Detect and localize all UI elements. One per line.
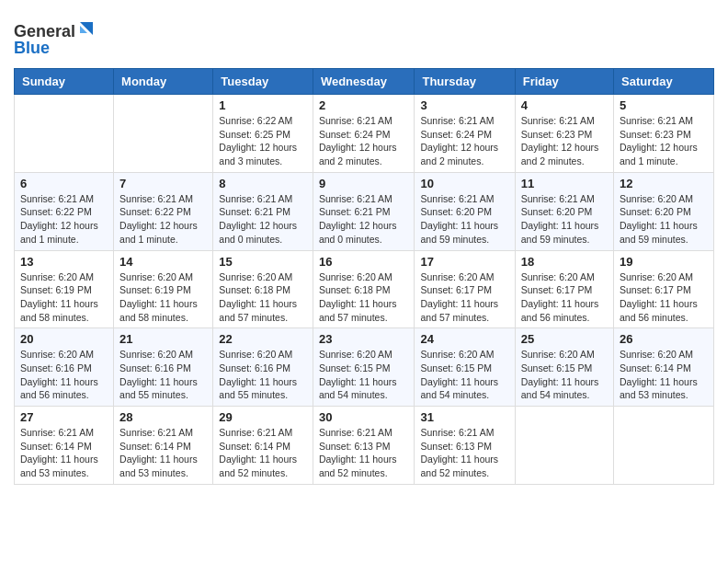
- day-number: 7: [119, 177, 207, 190]
- calendar-cell: 14Sunrise: 6:20 AM Sunset: 6:19 PM Dayli…: [114, 250, 213, 328]
- day-header-wednesday: Wednesday: [313, 69, 415, 95]
- page-container: General Blue SundayMondayTuesdayWednesda…: [0, 0, 728, 499]
- day-info: Sunrise: 6:20 AM Sunset: 6:18 PM Dayligh…: [219, 270, 307, 325]
- calendar-cell: 5Sunrise: 6:21 AM Sunset: 6:23 PM Daylig…: [614, 95, 714, 173]
- day-info: Sunrise: 6:21 AM Sunset: 6:24 PM Dayligh…: [420, 114, 508, 168]
- calendar-cell: 1Sunrise: 6:22 AM Sunset: 6:25 PM Daylig…: [213, 95, 313, 173]
- day-info: Sunrise: 6:20 AM Sunset: 6:19 PM Dayligh…: [119, 270, 207, 325]
- calendar-cell: 21Sunrise: 6:20 AM Sunset: 6:16 PM Dayli…: [114, 328, 213, 407]
- calendar-cell: 24Sunrise: 6:20 AM Sunset: 6:15 PM Dayli…: [415, 328, 515, 407]
- day-header-saturday: Saturday: [614, 69, 714, 95]
- day-info: Sunrise: 6:20 AM Sunset: 6:15 PM Dayligh…: [521, 348, 608, 402]
- day-info: Sunrise: 6:20 AM Sunset: 6:16 PM Dayligh…: [20, 348, 108, 402]
- day-number: 23: [319, 332, 409, 346]
- day-info: Sunrise: 6:21 AM Sunset: 6:23 PM Dayligh…: [620, 114, 708, 168]
- day-number: 21: [119, 332, 207, 346]
- day-header-sunday: Sunday: [15, 69, 114, 95]
- day-info: Sunrise: 6:20 AM Sunset: 6:20 PM Dayligh…: [620, 192, 708, 247]
- calendar-cell: 6Sunrise: 6:21 AM Sunset: 6:22 PM Daylig…: [15, 172, 114, 250]
- day-number: 9: [319, 177, 409, 190]
- calendar-cell: 12Sunrise: 6:20 AM Sunset: 6:20 PM Dayli…: [614, 172, 714, 250]
- day-number: 27: [20, 410, 108, 424]
- calendar-cell: [114, 95, 213, 173]
- day-info: Sunrise: 6:20 AM Sunset: 6:17 PM Dayligh…: [620, 270, 708, 325]
- day-number: 4: [521, 98, 608, 112]
- header: General Blue: [14, 9, 714, 61]
- day-info: Sunrise: 6:21 AM Sunset: 6:20 PM Dayligh…: [521, 192, 608, 247]
- day-info: Sunrise: 6:20 AM Sunset: 6:17 PM Dayligh…: [420, 270, 508, 325]
- day-info: Sunrise: 6:20 AM Sunset: 6:16 PM Dayligh…: [119, 348, 207, 402]
- day-number: 30: [319, 410, 409, 424]
- day-number: 19: [620, 255, 708, 269]
- day-info: Sunrise: 6:21 AM Sunset: 6:22 PM Dayligh…: [119, 192, 207, 247]
- calendar-cell: 29Sunrise: 6:21 AM Sunset: 6:14 PM Dayli…: [213, 407, 313, 485]
- day-number: 29: [219, 410, 307, 424]
- calendar-cell: 9Sunrise: 6:21 AM Sunset: 6:21 PM Daylig…: [313, 172, 415, 250]
- week-row-3: 13Sunrise: 6:20 AM Sunset: 6:19 PM Dayli…: [15, 250, 714, 328]
- calendar-cell: 20Sunrise: 6:20 AM Sunset: 6:16 PM Dayli…: [15, 328, 114, 407]
- day-info: Sunrise: 6:20 AM Sunset: 6:14 PM Dayligh…: [620, 348, 708, 402]
- day-number: 5: [620, 98, 708, 112]
- calendar-cell: 27Sunrise: 6:21 AM Sunset: 6:14 PM Dayli…: [15, 407, 114, 485]
- day-header-monday: Monday: [114, 69, 213, 95]
- day-info: Sunrise: 6:21 AM Sunset: 6:14 PM Dayligh…: [20, 426, 108, 480]
- calendar-cell: 13Sunrise: 6:20 AM Sunset: 6:19 PM Dayli…: [15, 250, 114, 328]
- day-info: Sunrise: 6:20 AM Sunset: 6:18 PM Dayligh…: [319, 270, 409, 325]
- day-info: Sunrise: 6:22 AM Sunset: 6:25 PM Dayligh…: [219, 114, 307, 168]
- day-header-thursday: Thursday: [415, 69, 515, 95]
- day-info: Sunrise: 6:20 AM Sunset: 6:19 PM Dayligh…: [20, 270, 108, 325]
- calendar-cell: 26Sunrise: 6:20 AM Sunset: 6:14 PM Dayli…: [614, 328, 714, 407]
- day-info: Sunrise: 6:21 AM Sunset: 6:14 PM Dayligh…: [219, 426, 307, 480]
- day-number: 1: [219, 98, 307, 112]
- day-info: Sunrise: 6:20 AM Sunset: 6:16 PM Dayligh…: [219, 348, 307, 402]
- calendar-cell: 3Sunrise: 6:21 AM Sunset: 6:24 PM Daylig…: [415, 95, 515, 173]
- day-number: 26: [620, 332, 708, 346]
- calendar-cell: 7Sunrise: 6:21 AM Sunset: 6:22 PM Daylig…: [114, 172, 213, 250]
- day-number: 10: [420, 177, 508, 190]
- day-number: 24: [420, 332, 508, 346]
- calendar-cell: [15, 95, 114, 173]
- day-number: 28: [119, 410, 207, 424]
- day-info: Sunrise: 6:21 AM Sunset: 6:22 PM Dayligh…: [20, 192, 108, 247]
- day-number: 13: [20, 255, 108, 269]
- day-info: Sunrise: 6:20 AM Sunset: 6:15 PM Dayligh…: [319, 348, 409, 402]
- day-info: Sunrise: 6:21 AM Sunset: 6:21 PM Dayligh…: [219, 192, 307, 247]
- day-number: 20: [20, 332, 108, 346]
- calendar-cell: 2Sunrise: 6:21 AM Sunset: 6:24 PM Daylig…: [313, 95, 415, 173]
- day-number: 18: [521, 255, 608, 269]
- calendar-cell: [515, 407, 613, 485]
- day-number: 14: [119, 255, 207, 269]
- logo-text: General Blue: [14, 17, 97, 61]
- calendar-cell: 8Sunrise: 6:21 AM Sunset: 6:21 PM Daylig…: [213, 172, 313, 250]
- day-number: 17: [420, 255, 508, 269]
- calendar-table: SundayMondayTuesdayWednesdayThursdayFrid…: [14, 68, 714, 485]
- day-info: Sunrise: 6:21 AM Sunset: 6:13 PM Dayligh…: [319, 426, 409, 480]
- calendar-cell: 30Sunrise: 6:21 AM Sunset: 6:13 PM Dayli…: [313, 407, 415, 485]
- svg-text:General: General: [14, 22, 75, 40]
- day-info: Sunrise: 6:21 AM Sunset: 6:13 PM Dayligh…: [420, 426, 508, 480]
- day-info: Sunrise: 6:21 AM Sunset: 6:24 PM Dayligh…: [319, 114, 409, 168]
- day-number: 6: [20, 177, 108, 190]
- calendar-cell: 23Sunrise: 6:20 AM Sunset: 6:15 PM Dayli…: [313, 328, 415, 407]
- calendar-cell: 15Sunrise: 6:20 AM Sunset: 6:18 PM Dayli…: [213, 250, 313, 328]
- week-row-1: 1Sunrise: 6:22 AM Sunset: 6:25 PM Daylig…: [15, 95, 714, 173]
- calendar-cell: 31Sunrise: 6:21 AM Sunset: 6:13 PM Dayli…: [415, 407, 515, 485]
- day-info: Sunrise: 6:21 AM Sunset: 6:14 PM Dayligh…: [119, 426, 207, 480]
- day-number: 12: [620, 177, 708, 190]
- day-header-friday: Friday: [515, 69, 613, 95]
- day-info: Sunrise: 6:21 AM Sunset: 6:23 PM Dayligh…: [521, 114, 608, 168]
- week-row-2: 6Sunrise: 6:21 AM Sunset: 6:22 PM Daylig…: [15, 172, 714, 250]
- calendar-cell: 16Sunrise: 6:20 AM Sunset: 6:18 PM Dayli…: [313, 250, 415, 328]
- calendar-cell: 11Sunrise: 6:21 AM Sunset: 6:20 PM Dayli…: [515, 172, 613, 250]
- day-number: 15: [219, 255, 307, 269]
- calendar-cell: 17Sunrise: 6:20 AM Sunset: 6:17 PM Dayli…: [415, 250, 515, 328]
- day-number: 22: [219, 332, 307, 346]
- day-number: 8: [219, 177, 307, 190]
- day-info: Sunrise: 6:21 AM Sunset: 6:20 PM Dayligh…: [420, 192, 508, 247]
- calendar-cell: 4Sunrise: 6:21 AM Sunset: 6:23 PM Daylig…: [515, 95, 613, 173]
- day-number: 16: [319, 255, 409, 269]
- logo: General Blue: [14, 17, 97, 61]
- calendar-cell: 10Sunrise: 6:21 AM Sunset: 6:20 PM Dayli…: [415, 172, 515, 250]
- day-number: 3: [420, 98, 508, 112]
- day-info: Sunrise: 6:21 AM Sunset: 6:21 PM Dayligh…: [319, 192, 409, 247]
